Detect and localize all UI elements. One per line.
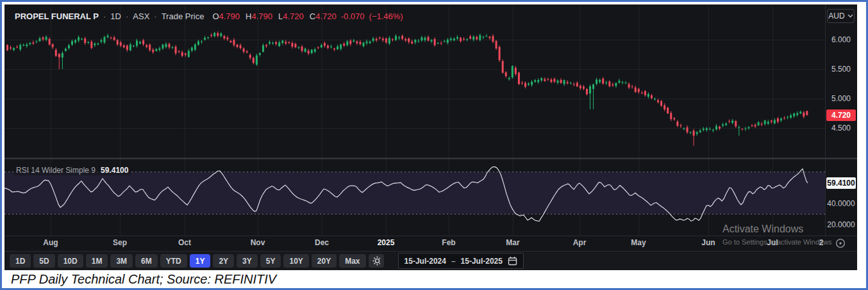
chevron-down-icon [847, 14, 853, 18]
range-button-10y[interactable]: 10Y [283, 254, 308, 268]
ohlc-pair: C4.720 [310, 12, 337, 21]
range-button-max[interactable]: Max [339, 254, 365, 268]
price-tick-label: 5.500 [825, 65, 857, 74]
date-to: 15-Jul-2025 [461, 257, 503, 266]
screenshot-frame: PROPEL FUNERAL P · 1D · ASX · Trade Pric… [0, 0, 868, 290]
range-button-20y[interactable]: 20Y [312, 254, 337, 268]
time-tick-label: Apr [573, 238, 587, 247]
change-percent: (−1.46%) [369, 12, 403, 21]
price-axis[interactable]: AUD 6.0005.5005.0004.5004.72059.410040.0… [825, 4, 857, 251]
separator-dot: · [126, 12, 128, 21]
separator-dot: · [103, 12, 106, 21]
time-axis[interactable]: AugSepOctNovDec2025FebMarAprMayJunJul2 [4, 236, 825, 251]
range-button-3m[interactable]: 3M [110, 254, 133, 268]
separator-dot: · [154, 12, 156, 21]
date-from: 15-Jul-2024 [405, 257, 446, 266]
ohlc-pair: H4.790 [246, 12, 272, 21]
date-range-separator: – [451, 257, 456, 266]
price-tick-label: 6.000 [825, 35, 857, 44]
rsi-legend-label: RSI 14 Wilder Simple 9 [16, 166, 96, 175]
range-button-1y[interactable]: 1Y [190, 254, 211, 268]
range-button-10d[interactable]: 10D [58, 254, 83, 268]
range-button-ytd[interactable]: YTD [160, 254, 187, 268]
range-button-5y[interactable]: 5Y [260, 254, 281, 268]
range-button-3y[interactable]: 3Y [237, 254, 258, 268]
time-tick-label: Jun [701, 238, 715, 247]
activate-windows-watermark: Activate Windows [722, 223, 803, 235]
rsi-legend[interactable]: RSI 14 Wilder Simple 9 59.4100 [13, 165, 131, 175]
price-tick-label: 5.000 [825, 94, 857, 103]
change-value: -0.070 [341, 12, 365, 21]
rsi-tick-label: 20.0000 [825, 220, 857, 229]
range-button-5d[interactable]: 5D [33, 254, 54, 268]
chart-panel: PROPEL FUNERAL P · 1D · ASX · Trade Pric… [4, 4, 857, 270]
time-tick-label: Dec [315, 238, 329, 247]
time-tick-label: 2025 [378, 238, 395, 247]
rsi-current-value: 59.4100 [101, 166, 128, 175]
rsi-tick-label: 40.0000 [825, 199, 857, 208]
price-and-rsi-chart[interactable] [4, 4, 857, 251]
price-tick-label: 4.500 [825, 124, 857, 133]
range-button-2y[interactable]: 2Y [213, 254, 234, 268]
ohlc-pair: O4.790 [212, 12, 240, 21]
last-price-badge: 4.720 [826, 109, 856, 121]
currency-selector[interactable]: AUD [827, 9, 855, 23]
symbol-name: PROPEL FUNERAL P [15, 12, 99, 21]
scale-settings-icon[interactable] [835, 238, 846, 252]
currency-label: AUD [828, 12, 844, 20]
activate-windows-subtext: Go to Settings to activate Windows [722, 238, 832, 246]
interval-label: 1D [110, 12, 121, 21]
range-button-1m[interactable]: 1M [86, 254, 108, 268]
gear-icon [372, 256, 380, 266]
ohlc-values: O4.790H4.790L4.720C4.720 [212, 12, 336, 21]
ohlc-pair: L4.720 [278, 12, 304, 21]
series-type-label: Trade Price [162, 12, 204, 21]
time-tick-label: Sep [113, 238, 127, 247]
time-tick-label: Mar [506, 238, 519, 247]
range-buttons: 1D5D10D1M3M6MYTD1Y2Y3Y5Y10Y20YMax [10, 254, 366, 268]
caption-text: PFP Daily Technical Chart; Source: REFIN… [11, 272, 276, 287]
time-tick-label: Oct [178, 238, 191, 247]
time-tick-label: Aug [43, 238, 58, 247]
rsi-value-badge: 59.4100 [826, 177, 856, 189]
symbol-legend[interactable]: PROPEL FUNERAL P · 1D · ASX · Trade Pric… [15, 12, 403, 21]
date-range-picker[interactable]: 15-Jul-2024 – 15-Jul-2025 [398, 253, 524, 269]
calendar-icon [508, 256, 517, 266]
range-toolbar: 1D5D10D1M3M6MYTD1Y2Y3Y5Y10Y20YMax 15-Jul… [4, 251, 857, 270]
range-button-1d[interactable]: 1D [10, 254, 31, 268]
time-tick-label: Nov [251, 238, 265, 247]
chart-settings-button[interactable] [369, 254, 384, 268]
time-tick-label: May [631, 238, 646, 247]
caption-strip: PFP Daily Technical Chart; Source: REFIN… [4, 270, 864, 288]
time-tick-label: Feb [442, 238, 455, 247]
range-button-6m[interactable]: 6M [135, 254, 158, 268]
exchange-label: ASX [133, 12, 149, 21]
